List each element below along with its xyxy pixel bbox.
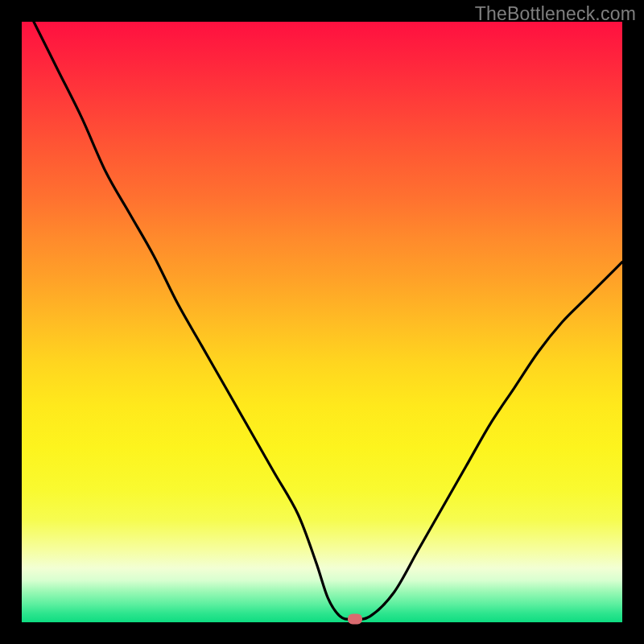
plot-area [22,22,622,622]
optimum-marker [348,613,362,624]
watermark-text: TheBottleneck.com [475,3,636,25]
chart-frame: TheBottleneck.com [0,0,644,644]
bottleneck-curve [22,22,622,622]
